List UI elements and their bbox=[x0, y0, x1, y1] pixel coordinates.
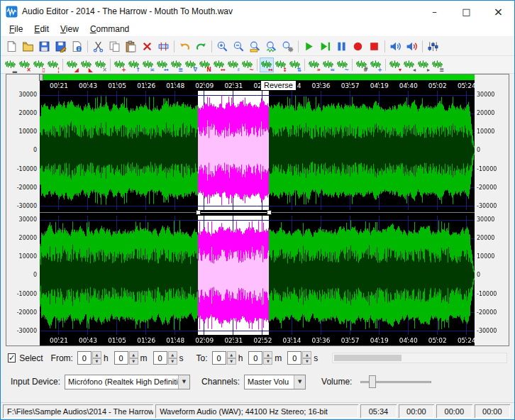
resample-button[interactable]: # bbox=[355, 57, 369, 72]
zoom-selection-button[interactable] bbox=[247, 38, 263, 54]
spinner-up-icon[interactable]: ▲ bbox=[129, 351, 138, 358]
equalizer-button[interactable]: ≡ bbox=[170, 57, 184, 72]
spinner-up-icon[interactable]: ▲ bbox=[168, 351, 177, 358]
marker-prev-button[interactable]: ◂ bbox=[402, 57, 416, 72]
compress-button[interactable]: ≍ bbox=[141, 57, 155, 72]
reverse-button[interactable]: ↔ bbox=[260, 57, 274, 72]
mix-button[interactable]: + bbox=[369, 57, 383, 72]
insert-silence-button[interactable]: ▂ bbox=[4, 57, 18, 72]
amplify-button[interactable]: + bbox=[113, 57, 127, 72]
time-ruler-bottom[interactable]: 00:2100:4301:0501:2601:4802:0902:3102:52… bbox=[40, 335, 475, 346]
record-device-button[interactable] bbox=[404, 38, 420, 54]
record-device-icon bbox=[406, 40, 418, 52]
spinner-down-icon[interactable]: ▼ bbox=[227, 358, 236, 365]
spinner-up-icon[interactable]: ▲ bbox=[302, 351, 311, 358]
app-icon bbox=[6, 6, 18, 18]
waveform-canvas-left-channel[interactable] bbox=[40, 91, 475, 210]
chevron-down-icon[interactable]: ▼ bbox=[178, 375, 189, 389]
horizontal-scrollbar[interactable] bbox=[332, 353, 507, 363]
noise-reduction-button[interactable]: N bbox=[198, 57, 212, 72]
close-button[interactable]: × bbox=[482, 1, 514, 22]
save-as-button[interactable] bbox=[52, 38, 69, 54]
playback-device-button[interactable] bbox=[387, 38, 404, 54]
zoom-in-button[interactable] bbox=[214, 38, 231, 54]
stretch-button[interactable]: ↔ bbox=[212, 57, 226, 72]
spinner-down-icon[interactable]: ▼ bbox=[302, 358, 311, 365]
to-hours-field[interactable]: 0 bbox=[212, 351, 226, 365]
marker-next-button[interactable]: ▸ bbox=[416, 57, 431, 72]
spinner-down-icon[interactable]: ▼ bbox=[92, 358, 101, 365]
mute-button[interactable]: × bbox=[94, 57, 108, 72]
select-checkbox[interactable]: ✓ bbox=[8, 353, 16, 363]
marker-add-button[interactable]: ▾ bbox=[388, 57, 402, 72]
volume-slider[interactable] bbox=[360, 375, 431, 389]
delete-button[interactable] bbox=[139, 38, 155, 54]
position-marker[interactable] bbox=[39, 74, 43, 81]
pause-button[interactable] bbox=[333, 38, 350, 54]
swap-channels-button[interactable]: ⇅ bbox=[288, 57, 302, 72]
expander-button[interactable]: ↔ bbox=[155, 57, 170, 72]
from-seconds-field[interactable]: 0 bbox=[153, 351, 167, 365]
file-properties-button[interactable] bbox=[69, 38, 85, 54]
save-file-button[interactable] bbox=[36, 38, 52, 54]
trim-button[interactable] bbox=[155, 38, 172, 54]
selection-handle-left[interactable] bbox=[196, 210, 201, 215]
menu-edit[interactable]: Edit bbox=[28, 23, 55, 35]
selection-handle-right[interactable] bbox=[267, 210, 272, 215]
play-button[interactable] bbox=[301, 38, 317, 54]
chorus-button[interactable]: ≈ bbox=[321, 57, 336, 72]
spinner-down-icon[interactable]: ▼ bbox=[263, 358, 272, 365]
mixer-button[interactable] bbox=[425, 38, 441, 54]
from-hours-field[interactable]: 0 bbox=[77, 351, 92, 365]
record-button[interactable] bbox=[350, 38, 366, 54]
chevron-down-icon[interactable]: ▼ bbox=[294, 375, 305, 389]
filter-button[interactable]: ∇ bbox=[184, 57, 198, 72]
normalize-button[interactable]: ↑ bbox=[127, 57, 141, 72]
amplitude-scale-value: -20000 bbox=[477, 309, 497, 316]
redo-button[interactable] bbox=[193, 38, 209, 54]
to-seconds-field[interactable]: 0 bbox=[287, 351, 301, 365]
paste-button[interactable] bbox=[123, 38, 139, 54]
invert-button[interactable]: ↕ bbox=[274, 57, 288, 72]
flanger-button[interactable]: ~ bbox=[336, 57, 350, 72]
delete-silence-button[interactable]: × bbox=[18, 57, 32, 72]
spinner-up-icon[interactable]: ▲ bbox=[227, 351, 236, 358]
menu-file[interactable]: File bbox=[4, 23, 28, 35]
spinner-down-icon[interactable]: ▼ bbox=[168, 358, 177, 365]
menu-command[interactable]: Command bbox=[84, 23, 135, 35]
from-minutes-field[interactable]: 0 bbox=[114, 351, 128, 365]
channels-select[interactable]: Master Volu ▼ bbox=[244, 375, 306, 389]
new-file-button[interactable] bbox=[4, 38, 20, 54]
marker-list-button[interactable]: ≡ bbox=[431, 57, 445, 72]
spinner-up-icon[interactable]: ▲ bbox=[92, 351, 101, 358]
to-minutes-field[interactable]: 0 bbox=[248, 351, 262, 365]
menu-view[interactable]: View bbox=[55, 23, 84, 35]
waveform-canvas-right-channel[interactable] bbox=[40, 216, 475, 335]
volume-slider-thumb[interactable] bbox=[369, 375, 376, 388]
fade-in-button[interactable]: ◢ bbox=[65, 57, 79, 72]
echo-button[interactable]: » bbox=[307, 57, 321, 72]
zoom-all-button[interactable] bbox=[263, 38, 279, 54]
maximize-button[interactable]: □ bbox=[450, 1, 482, 22]
stop-button[interactable] bbox=[366, 38, 382, 54]
volume-label: Volume: bbox=[321, 377, 352, 387]
fade-out-button[interactable]: ◣ bbox=[79, 57, 94, 72]
undo-button[interactable] bbox=[177, 38, 193, 54]
zoom-out-button[interactable] bbox=[231, 38, 247, 54]
input-device-select[interactable]: Micrófono (Realtek High Definiti ▼ bbox=[65, 375, 190, 389]
vibrato-button[interactable]: ~ bbox=[240, 57, 255, 72]
play-selection-button[interactable] bbox=[317, 38, 333, 54]
zoom-settings-button[interactable] bbox=[279, 38, 296, 54]
time-ruler-top[interactable]: 00:2100:4301:0501:2601:4802:0902:3102:52… bbox=[40, 80, 475, 91]
open-file-button[interactable] bbox=[20, 38, 36, 54]
minimize-button[interactable]: – bbox=[419, 1, 450, 22]
position-bar[interactable] bbox=[40, 74, 475, 80]
split-button[interactable]: ¦ bbox=[46, 57, 60, 72]
cut-button[interactable] bbox=[90, 38, 106, 54]
spinner-down-icon[interactable]: ▼ bbox=[129, 358, 138, 365]
copy-button[interactable] bbox=[106, 38, 123, 54]
scrollbar-thumb[interactable] bbox=[334, 355, 402, 361]
spinner-up-icon[interactable]: ▲ bbox=[263, 351, 272, 358]
pitch-shift-button[interactable]: ♯ bbox=[226, 57, 240, 72]
trim-silence-button[interactable]: ▯ bbox=[32, 57, 46, 72]
